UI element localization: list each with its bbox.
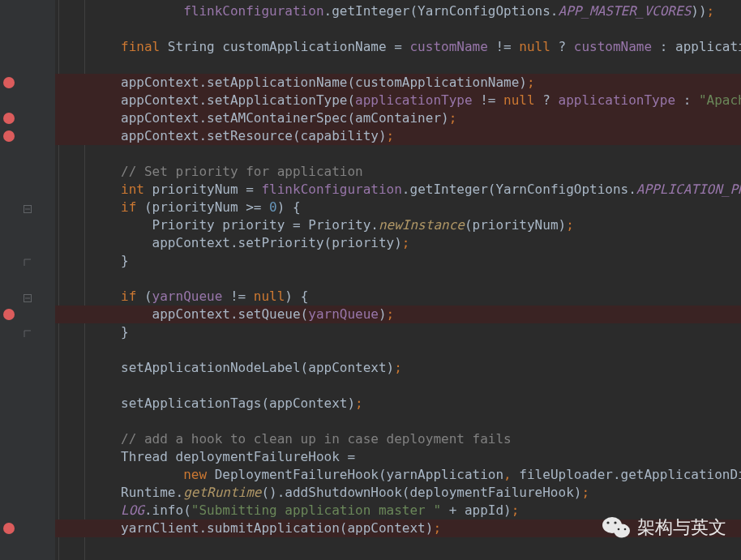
token-op xyxy=(58,289,121,304)
token-cmt: // Set priority for application xyxy=(121,164,363,179)
code-line[interactable]: // add a hook to clean up in case deploy… xyxy=(55,430,741,448)
token-op: setApplicationTags(appContext) xyxy=(58,395,355,411)
token-kw: new xyxy=(183,467,207,482)
code-line[interactable]: yarnClient.submitApplication(appContext)… xyxy=(55,519,741,537)
token-op: ) { xyxy=(277,199,301,215)
token-op: DeploymentFailureHook(yarnApplication xyxy=(207,467,503,482)
fold-expand-icon[interactable] xyxy=(23,254,32,272)
code-line[interactable]: appContext.setResource(capability); xyxy=(55,127,741,145)
code-line[interactable]: int priorityNum = flinkConfiguration.get… xyxy=(55,181,741,199)
code-line[interactable]: appContext.setAMContainerSpec(amContaine… xyxy=(55,109,741,127)
code-line[interactable] xyxy=(55,341,741,359)
token-semi: ; xyxy=(394,360,402,375)
code-line[interactable]: Priority priority = Priority.newInstance… xyxy=(55,216,741,234)
token-fld: flinkConfiguration xyxy=(183,3,323,19)
code-line[interactable]: Thread deploymentFailureHook = xyxy=(55,448,741,466)
token-op: Runtime. xyxy=(58,485,183,500)
code-line[interactable]: appContext.setQueue(yarnQueue); xyxy=(55,306,741,323)
code-line[interactable]: final String customApplicationName = cus… xyxy=(55,38,741,56)
token-semi: ; xyxy=(387,128,395,143)
token-fld: applicationType xyxy=(355,92,473,108)
code-line[interactable] xyxy=(55,56,741,74)
token-op: ? xyxy=(550,39,574,54)
code-line[interactable] xyxy=(55,270,741,288)
breakpoint-icon[interactable] xyxy=(3,309,15,320)
token-fld: applicationType xyxy=(559,92,676,108)
code-editor[interactable]: flinkConfiguration.getInteger(YarnConfig… xyxy=(0,0,741,560)
token-semi: ; xyxy=(433,520,441,536)
token-op xyxy=(58,431,121,447)
token-kw: int xyxy=(121,182,144,197)
code-line[interactable]: appContext.setApplicationType(applicatio… xyxy=(55,92,741,109)
code-line[interactable] xyxy=(55,537,741,555)
token-cmt: // add a hook to clean up in case deploy… xyxy=(121,431,512,447)
code-line[interactable] xyxy=(55,377,741,395)
fold-expand-icon[interactable] xyxy=(23,326,32,344)
code-line[interactable]: if (priorityNum >= 0) { xyxy=(55,199,741,216)
gutter[interactable] xyxy=(0,0,55,560)
token-op: appContext.setAMContainerSpec(amContaine… xyxy=(58,110,449,126)
token-op: ().addShutdownHook(deploymentFailureHook… xyxy=(261,485,581,500)
code-line[interactable] xyxy=(55,20,741,38)
breakpoint-icon[interactable] xyxy=(3,113,15,124)
token-op: appContext.setResource(capability) xyxy=(58,128,387,143)
code-line[interactable]: Runtime.getRuntime().addShutdownHook(dep… xyxy=(55,484,741,502)
token-op: appContext.setQueue( xyxy=(58,306,308,322)
code-line[interactable]: } xyxy=(55,323,741,341)
token-kw: null xyxy=(254,289,285,304)
code-line[interactable]: } xyxy=(55,252,741,270)
code-line[interactable]: appContext.setApplicationName(customAppl… xyxy=(55,74,741,92)
token-semi: ; xyxy=(566,217,574,233)
token-op: } xyxy=(58,324,129,340)
token-str: "Submitting application master " xyxy=(191,502,441,518)
code-line[interactable]: flinkConfiguration.getInteger(YarnConfig… xyxy=(55,2,741,20)
breakpoint-icon[interactable] xyxy=(3,130,15,142)
token-op: yarnClient.submitApplication(appContext) xyxy=(58,520,433,536)
token-op: setApplicationNodeLabel(appContext) xyxy=(58,360,394,375)
token-op: : xyxy=(675,92,699,108)
token-kw: final xyxy=(121,39,160,54)
token-fld: customName xyxy=(409,39,487,54)
token-kw: if xyxy=(121,199,136,215)
token-semi: ; xyxy=(387,306,395,322)
token-op: appContext.setPriority(priority) xyxy=(58,235,402,250)
token-semi: , xyxy=(503,467,512,482)
token-op: appContext.setApplicationType( xyxy=(58,92,355,108)
token-op: .getInteger(YarnConfigOptions. xyxy=(402,182,636,197)
code-line[interactable]: if (yarnQueue != null) { xyxy=(55,288,741,306)
token-op: != xyxy=(473,92,504,108)
token-semi: ; xyxy=(355,395,363,411)
code-line[interactable]: new DeploymentFailureHook(yarnApplicatio… xyxy=(55,466,741,484)
token-fld: flinkConfiguration xyxy=(261,182,401,197)
code-line[interactable]: // Set priority for application xyxy=(55,163,741,181)
code-line[interactable]: setApplicationNodeLabel(appContext); xyxy=(55,359,741,377)
token-op: .info( xyxy=(144,502,191,518)
token-fld: yarnQueue xyxy=(308,306,379,322)
token-op xyxy=(58,39,121,54)
token-op: } xyxy=(58,253,129,268)
code-area[interactable]: flinkConfiguration.getInteger(YarnConfig… xyxy=(55,0,741,560)
fold-collapse-icon[interactable] xyxy=(23,201,32,219)
breakpoint-icon[interactable] xyxy=(3,523,15,534)
token-op: appContext.setApplicationName(customAppl… xyxy=(58,75,527,90)
token-semi: ; xyxy=(581,485,589,500)
fold-collapse-icon[interactable] xyxy=(23,290,32,308)
token-op xyxy=(58,164,121,179)
code-line[interactable]: setApplicationTags(appContext); xyxy=(55,395,741,413)
token-op: (priorityNum >= xyxy=(136,199,269,215)
token-semi: ; xyxy=(707,3,715,19)
token-fld: yarnQueue xyxy=(152,289,223,304)
code-line[interactable] xyxy=(55,413,741,430)
token-op: .getInteger(YarnConfigOptions. xyxy=(324,3,559,19)
token-op: Priority priority = Priority. xyxy=(58,217,379,233)
code-line[interactable] xyxy=(55,145,741,163)
code-line[interactable]: appContext.setPriority(priority); xyxy=(55,234,741,252)
token-sfld: APP_MASTER_VCORES xyxy=(559,3,692,19)
token-op: )) xyxy=(691,3,706,19)
token-op xyxy=(58,182,121,197)
breakpoint-icon[interactable] xyxy=(3,77,15,88)
token-op: + appId) xyxy=(441,502,512,518)
token-op: fileUploader.getApplicationDir()) xyxy=(512,467,741,482)
token-op: (priorityNum) xyxy=(465,217,566,233)
code-line[interactable]: LOG.info("Submitting application master … xyxy=(55,502,741,519)
